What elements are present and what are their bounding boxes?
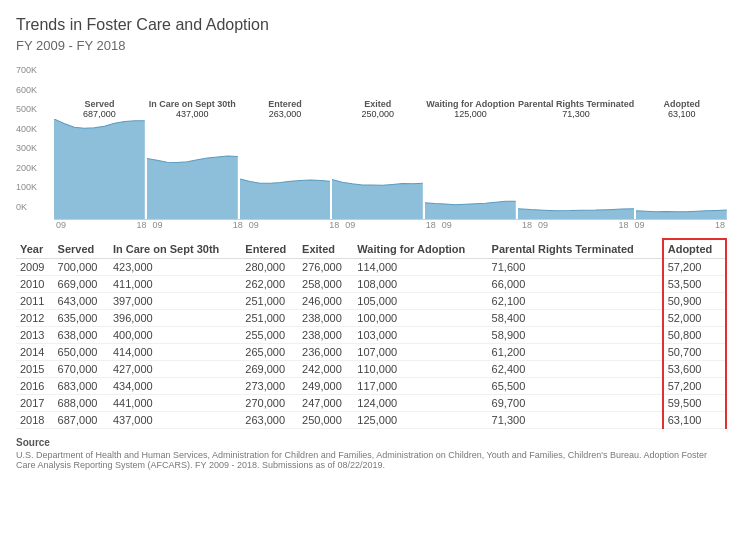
- chart-group-peak-3: 250,000: [361, 109, 394, 119]
- table-cell-3-1: 635,000: [54, 310, 109, 327]
- chart-group-0: Served687,000: [54, 99, 145, 219]
- y-axis-label: 0K: [16, 202, 37, 212]
- table-cell-6-3: 269,000: [241, 361, 298, 378]
- table-cell-7-2: 434,000: [109, 378, 241, 395]
- chart-svg-3: [332, 119, 423, 219]
- table-cell-6-0: 2015: [16, 361, 54, 378]
- table-cell-7-3: 273,000: [241, 378, 298, 395]
- table-cell-0-3: 280,000: [241, 259, 298, 276]
- table-cell-1-3: 262,000: [241, 276, 298, 293]
- table-cell-5-4: 236,000: [298, 344, 353, 361]
- table-cell-7-1: 683,000: [54, 378, 109, 395]
- table-header-6: Parental Rights Terminated: [488, 239, 663, 259]
- chart-group-label-5: Parental Rights Terminated: [518, 99, 634, 109]
- table-cell-8-5: 124,000: [353, 395, 487, 412]
- y-axis-label: 500K: [16, 104, 37, 114]
- table-cell-2-7: 50,900: [663, 293, 726, 310]
- chart-group-peak-5: 71,300: [562, 109, 590, 119]
- source-section: Source U.S. Department of Health and Hum…: [16, 437, 727, 470]
- table-cell-4-2: 400,000: [109, 327, 241, 344]
- chart-group-6: Adopted63,100: [636, 99, 727, 219]
- table-cell-9-2: 437,000: [109, 412, 241, 429]
- table-cell-1-7: 53,500: [663, 276, 726, 293]
- chart-group-peak-6: 63,100: [668, 109, 696, 119]
- table-cell-9-1: 687,000: [54, 412, 109, 429]
- chart-group-label-0: Served: [84, 99, 114, 109]
- table-header-2: In Care on Sept 30th: [109, 239, 241, 259]
- table-cell-0-0: 2009: [16, 259, 54, 276]
- chart-group-label-3: Exited: [364, 99, 391, 109]
- chart-svg-0: [54, 119, 145, 219]
- chart-group-label-2: Entered: [268, 99, 302, 109]
- table-cell-3-7: 52,000: [663, 310, 726, 327]
- x-label-group-2: 0918: [247, 220, 341, 230]
- y-axis-label: 600K: [16, 85, 37, 95]
- svg-marker-0: [54, 119, 145, 219]
- x-label-group-0: 0918: [54, 220, 148, 230]
- svg-marker-2: [240, 179, 331, 219]
- table-cell-4-1: 638,000: [54, 327, 109, 344]
- chart-group-peak-4: 125,000: [454, 109, 487, 119]
- table-cell-6-2: 427,000: [109, 361, 241, 378]
- table-cell-6-7: 53,600: [663, 361, 726, 378]
- table-cell-5-6: 61,200: [488, 344, 663, 361]
- y-axis: 0K100K200K300K400K500K600K700K: [16, 65, 37, 212]
- table-row: 2014650,000414,000265,000236,000107,0006…: [16, 344, 726, 361]
- table-row: 2016683,000434,000273,000249,000117,0006…: [16, 378, 726, 395]
- table-cell-6-6: 62,400: [488, 361, 663, 378]
- table-row: 2009700,000423,000280,000276,000114,0007…: [16, 259, 726, 276]
- table-header-5: Waiting for Adoption: [353, 239, 487, 259]
- table-cell-6-4: 242,000: [298, 361, 353, 378]
- table-cell-5-1: 650,000: [54, 344, 109, 361]
- source-label: Source: [16, 437, 727, 448]
- table-cell-8-7: 59,500: [663, 395, 726, 412]
- chart-group-peak-0: 687,000: [83, 109, 116, 119]
- table-cell-6-5: 110,000: [353, 361, 487, 378]
- table-cell-7-7: 57,200: [663, 378, 726, 395]
- chart-svg-4: [425, 119, 516, 219]
- table-cell-4-4: 238,000: [298, 327, 353, 344]
- table-cell-1-5: 108,000: [353, 276, 487, 293]
- table-cell-8-3: 270,000: [241, 395, 298, 412]
- x-label-group-5: 0918: [536, 220, 630, 230]
- table-cell-0-6: 71,600: [488, 259, 663, 276]
- table-cell-5-2: 414,000: [109, 344, 241, 361]
- table-cell-2-4: 246,000: [298, 293, 353, 310]
- table-cell-6-1: 670,000: [54, 361, 109, 378]
- table-header-4: Exited: [298, 239, 353, 259]
- table-cell-7-6: 65,500: [488, 378, 663, 395]
- chart-group-peak-1: 437,000: [176, 109, 209, 119]
- table-cell-9-0: 2018: [16, 412, 54, 429]
- table-cell-1-2: 411,000: [109, 276, 241, 293]
- table-cell-8-4: 247,000: [298, 395, 353, 412]
- table-cell-3-4: 238,000: [298, 310, 353, 327]
- table-cell-3-3: 251,000: [241, 310, 298, 327]
- table-cell-1-1: 669,000: [54, 276, 109, 293]
- chart-group-peak-2: 263,000: [269, 109, 302, 119]
- chart-group-label-1: In Care on Sept 30th: [149, 99, 236, 109]
- table-cell-2-0: 2011: [16, 293, 54, 310]
- table-cell-9-3: 263,000: [241, 412, 298, 429]
- table-cell-4-5: 103,000: [353, 327, 487, 344]
- table-cell-2-2: 397,000: [109, 293, 241, 310]
- chart-svg-5: [518, 119, 634, 219]
- table-cell-8-2: 441,000: [109, 395, 241, 412]
- table-cell-4-7: 50,800: [663, 327, 726, 344]
- y-axis-label: 400K: [16, 124, 37, 134]
- table-cell-3-2: 396,000: [109, 310, 241, 327]
- chart-group-5: Parental Rights Terminated71,300: [518, 99, 634, 219]
- table-cell-0-7: 57,200: [663, 259, 726, 276]
- table-cell-5-5: 107,000: [353, 344, 487, 361]
- table-cell-0-1: 700,000: [54, 259, 109, 276]
- chart-group-3: Exited250,000: [332, 99, 423, 219]
- table-cell-1-0: 2010: [16, 276, 54, 293]
- chart-svg-2: [240, 119, 331, 219]
- table-header-0: Year: [16, 239, 54, 259]
- table-cell-0-5: 114,000: [353, 259, 487, 276]
- table-cell-5-3: 265,000: [241, 344, 298, 361]
- table-cell-9-6: 71,300: [488, 412, 663, 429]
- chart-group-label-6: Adopted: [663, 99, 700, 109]
- x-label-group-1: 0918: [150, 220, 244, 230]
- x-label-group-6: 0918: [633, 220, 727, 230]
- table-cell-1-6: 66,000: [488, 276, 663, 293]
